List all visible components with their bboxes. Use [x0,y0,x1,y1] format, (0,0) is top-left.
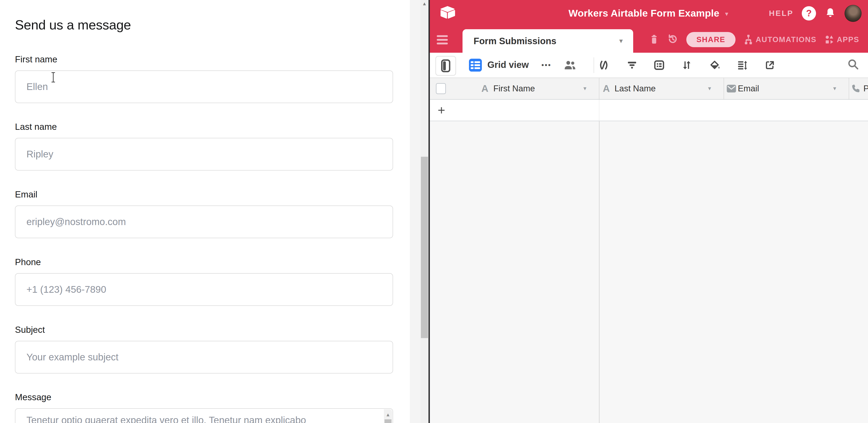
column-header-first-name[interactable]: A First Name ▼ [430,78,599,99]
scroll-up-arrow-icon[interactable]: ▲ [384,412,392,418]
automations-label: AUTOMATIONS [756,35,817,44]
filter-icon[interactable] [625,58,639,72]
tables-menu-icon[interactable] [437,35,448,45]
column-caret-icon[interactable]: ▼ [582,78,587,99]
column-name: Email [738,78,759,99]
frozen-column-separator [599,121,599,423]
first-name-input[interactable] [15,70,393,103]
message-scrollbar-thumb[interactable] [384,419,392,423]
column-name: Last Name [615,78,656,99]
column-caret-icon[interactable]: ▼ [707,78,712,99]
first-name-label: First name [15,54,57,64]
table-tab-label: Form Submissions [473,36,556,46]
help-button[interactable]: HELP [769,9,794,18]
column-header-phone[interactable]: Phone [849,78,868,99]
apps-label: APPS [837,35,859,44]
phone-label: Phone [15,257,41,267]
text-field-type-icon: A [482,78,488,99]
add-row-plus-icon[interactable]: + [438,100,445,121]
search-icon[interactable] [847,58,860,71]
collaborators-icon[interactable] [563,58,577,72]
automations-button[interactable]: AUTOMATIONS [743,34,817,45]
form-pane-gutter [410,0,421,423]
view-options-ellipsis-icon[interactable]: ••• [536,58,557,72]
hide-fields-icon[interactable] [597,58,611,72]
user-avatar[interactable] [844,5,862,22]
column-separator [599,100,599,121]
phone-field-type-icon [851,78,861,99]
history-icon[interactable] [667,33,679,46]
sort-icon[interactable] [680,58,694,72]
color-fill-icon[interactable] [708,58,721,72]
notifications-bell-icon[interactable] [824,7,836,20]
message-text: Tenetur optio quaerat expedita vero et i… [26,414,362,423]
grid-view-icon[interactable] [469,59,482,72]
grid-header-row: A First Name ▼ A Last Name ▼ Email ▼ [430,78,868,100]
grid-empty-area [430,121,868,423]
tab-form-submissions[interactable]: Form Submissions ▼ [463,29,633,53]
email-label: Email [15,189,37,200]
view-sidebar-toggle-button[interactable] [435,56,456,76]
scrollbar-up-arrow-icon[interactable]: ▲ [421,1,429,6]
column-name: First Name [493,78,535,99]
base-title[interactable]: Workers Airtable Form Example [568,8,719,19]
phone-field[interactable] [15,273,393,306]
email-field[interactable] [15,206,393,238]
message-label: Message [15,392,51,402]
column-caret-icon[interactable]: ▼ [832,78,837,99]
contact-form-pane: Send us a message First name Last name E… [0,0,410,423]
form-title: Send us a message [15,17,131,32]
trash-icon[interactable] [649,34,659,46]
message-scrollbar[interactable]: ▲ [384,409,392,423]
view-name[interactable]: Grid view [487,60,529,70]
select-all-checkbox[interactable] [436,83,446,94]
last-name-input[interactable] [15,138,393,171]
column-name: Phone [863,78,868,99]
column-header-last-name[interactable]: A Last Name ▼ [599,78,724,99]
apps-button[interactable]: APPS [824,34,859,45]
share-view-icon[interactable] [763,58,777,72]
page-scrollbar[interactable]: ▲ [421,0,429,423]
airtable-pane: Workers Airtable Form Example ▼ HELP ? F… [430,0,868,423]
email-field-type-icon [727,78,736,99]
add-row[interactable]: + [430,100,868,121]
share-button[interactable]: SHARE [686,32,736,47]
text-field-type-icon: A [603,78,610,99]
airtable-tabbar: Form Submissions ▼ SHARE [430,27,868,53]
view-toolbar: Grid view ••• [430,53,868,78]
text-cursor-icon [51,72,56,83]
subject-input[interactable] [15,341,393,373]
page-scrollbar-thumb[interactable] [421,157,428,338]
title-caret-icon: ▼ [724,9,730,17]
toolbar-separator [594,57,594,73]
column-header-email[interactable]: Email ▼ [723,78,849,99]
row-height-icon[interactable] [735,58,749,72]
group-icon[interactable] [652,58,666,72]
message-textarea[interactable]: Tenetur optio quaerat expedita vero et i… [15,408,393,423]
last-name-label: Last name [15,122,57,132]
airtable-topbar: Workers Airtable Form Example ▼ HELP ? [430,0,868,27]
subject-label: Subject [15,325,45,335]
table-tab-caret-icon[interactable]: ▼ [618,37,624,44]
help-question-icon[interactable]: ? [802,6,816,21]
